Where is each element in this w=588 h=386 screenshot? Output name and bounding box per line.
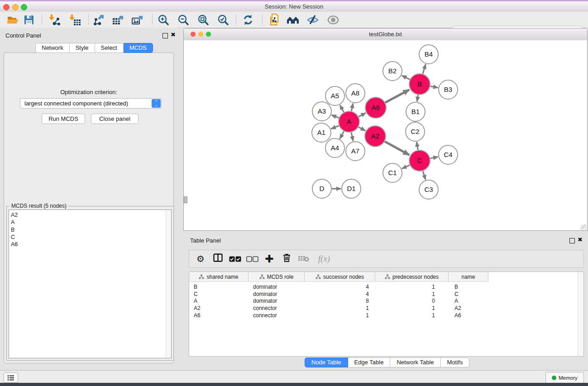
table-row[interactable]: A2connector11A2 [189,305,488,312]
hierarchy-icon [199,274,204,279]
edge-C-C3[interactable] [423,171,425,180]
clone-network-button[interactable] [267,13,282,27]
function-builder-button[interactable]: f(x) [312,254,336,264]
run-mcds-button[interactable]: Run MCDS [42,114,85,124]
table-row[interactable]: Bdominator41B [189,283,488,291]
refresh-icon [242,14,254,26]
table-cell: dominator [249,298,305,304]
export-image-button[interactable] [130,13,145,27]
column-header-name[interactable]: name [449,272,488,281]
edge-C-C2[interactable] [417,142,418,150]
tab-motifs[interactable]: Motifs [441,357,470,367]
delete-table-button[interactable] [295,254,312,264]
table-row[interactable]: Cdominator41C [189,291,488,298]
table-scrollbar[interactable] [578,272,583,356]
column-header-shared-name[interactable]: shared name [189,272,249,281]
network-window-titlebar[interactable]: testGlobe.txt [184,29,587,41]
window-title: Session: New Session [0,3,588,10]
tab-edge-table[interactable]: Edge Table [348,357,391,367]
checked-boxes-icon [229,256,241,262]
edge-C-C1[interactable] [402,165,410,169]
result-list-scrollbar[interactable] [166,210,171,358]
list-item[interactable]: A [11,219,164,226]
close-panel-icon[interactable]: ✖ [171,31,176,38]
table-cell: A6 [189,312,249,319]
float-panel-icon[interactable] [163,33,168,38]
edge-A-A4[interactable] [340,131,344,139]
table-settings-button[interactable]: ⚙ [192,253,209,264]
open-file-button[interactable] [5,13,20,27]
table-float-panel-icon[interactable] [569,238,575,243]
edge-A-A8[interactable] [351,103,353,111]
export-table-button[interactable] [110,13,126,27]
list-item[interactable]: A6 [11,241,164,248]
network-canvas[interactable]: B4B2BB3A8A5A6A3B1AA1C2A2A4A7C4CC1C3DD1 [184,40,587,230]
import-table-button[interactable] [67,13,83,27]
edge-B-B3[interactable] [430,86,438,87]
edge-C-C4[interactable] [430,157,438,159]
split-table-button[interactable] [209,253,226,264]
edge-B-B2[interactable] [402,76,410,80]
zoom-in-button[interactable] [156,13,171,27]
column-header-predecessor-nodes[interactable]: predecessor nodes [375,272,449,281]
import-network-button[interactable] [47,13,62,27]
apply-layout-button[interactable] [240,13,256,27]
list-item[interactable]: B [11,226,164,234]
show-all-button[interactable] [325,13,341,27]
edge-A-A5[interactable] [340,105,344,112]
export-network-button[interactable] [91,13,106,27]
zoom-selected-button[interactable] [215,13,231,27]
network-graph[interactable]: B4B2BB3A8A5A6A3B1AA1C2A2A4A7C4CC1C3DD1 [184,40,587,230]
table-close-panel-icon[interactable]: ✖ [578,236,583,243]
table-row[interactable]: A6connector11A6 [189,312,488,319]
list-item[interactable]: C [11,234,164,241]
add-column-button[interactable]: ✚ [261,253,278,265]
edge-A6-B[interactable] [385,90,409,102]
edge-B-B1[interactable] [417,95,418,102]
table-cell: 1 [375,305,449,311]
table-cell: B [449,284,488,290]
edge-B-B4[interactable] [423,64,425,74]
column-header-label: shared name [206,274,238,280]
table-cell: B [189,284,249,290]
tab-node-table[interactable]: Node Table [305,357,348,367]
table-cell: 1 [305,305,375,311]
save-session-button[interactable] [21,13,37,27]
edge-A2-C[interactable] [385,142,409,155]
status-menu-button[interactable] [4,372,18,383]
mcds-result-list[interactable]: A2ABCA6 [9,210,172,358]
zoom-out-button[interactable] [176,13,191,27]
close-panel-button[interactable]: Close panel [91,114,139,124]
deselect-all-button[interactable] [244,254,261,264]
desktop-edge-bottom [0,383,588,386]
criterion-select[interactable]: largest connected component (directed) ⌃… [20,98,162,109]
tab-network[interactable]: Network [35,43,70,53]
edge-A-A3[interactable] [331,115,339,118]
tab-style[interactable]: Style [70,43,95,53]
table-row[interactable]: Adominator80A [189,298,488,305]
list-item[interactable]: A2 [11,211,164,219]
delete-column-button[interactable] [278,253,295,265]
select-all-button[interactable] [226,254,244,264]
trash-icon [282,253,291,262]
zoom-fit-button[interactable] [196,13,211,27]
edge-A-A2[interactable] [359,127,365,131]
tab-network-table[interactable]: Network Table [390,357,440,367]
edge-A-A1[interactable] [331,126,339,129]
edge-A-A7[interactable] [351,132,353,141]
criterion-value: largest connected component (directed) [24,100,128,107]
export-image-icon [131,14,144,26]
window-resize-grip[interactable] [581,224,587,230]
column-header-MCDS-role[interactable]: MCDS role [249,272,305,281]
list-icon [7,375,14,381]
canvas-scrollbar-thumb-left[interactable] [184,196,187,203]
column-header-successor-nodes[interactable]: successor nodes [305,272,375,281]
first-neighbors-button[interactable] [285,13,301,27]
import-table-icon [69,14,81,26]
memory-button[interactable]: Memory [545,372,584,383]
hide-selected-button[interactable] [305,13,320,27]
node-table[interactable]: shared nameMCDS rolesuccessor nodesprede… [189,272,584,357]
tab-mcds[interactable]: MCDS [124,43,153,53]
edge-A-A6[interactable] [359,113,366,117]
tab-select[interactable]: Select [95,43,124,53]
